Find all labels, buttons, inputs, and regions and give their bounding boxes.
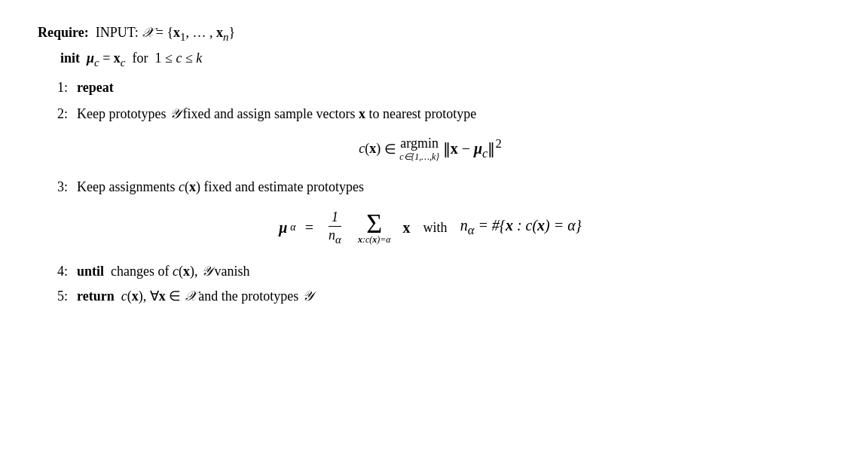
init-keyword: init	[60, 50, 80, 66]
sum-var-x: x	[403, 219, 411, 237]
fraction-denominator: nα	[326, 227, 344, 247]
formula1-cx: c	[359, 141, 365, 157]
step-2-content: Keep prototypes 𝒴 fixed and assign sampl…	[77, 103, 823, 125]
argmin-text: argmin	[400, 136, 439, 151]
with-keyword: with	[423, 220, 448, 236]
equals-sign: =	[305, 219, 313, 237]
formula-mu: μα = 1 nα Σ x:c(x)=α x with nα = #{x : c…	[38, 209, 823, 247]
input-set: 𝒳	[142, 25, 152, 40]
argmin-wrapper: argmin c∈{1,…,k}	[399, 136, 439, 163]
step-1-number: 1:	[38, 77, 68, 99]
require-keyword: Require:	[38, 25, 89, 40]
argmin-sub: c∈{1,…,k}	[399, 151, 439, 163]
step-2: 2: Keep prototypes 𝒴 fixed and assign sa…	[38, 103, 823, 125]
return-keyword: return	[77, 289, 115, 304]
step-4-number: 4:	[38, 261, 68, 282]
mu-alpha: μ	[279, 219, 287, 237]
step-5-content: return c(x), ∀x ∈ 𝒳 and the prototypes 𝒴	[77, 285, 823, 307]
step-3: 3: Keep assignments c(x) fixed and estim…	[38, 176, 823, 198]
sigma-symbol: Σ	[366, 210, 382, 237]
step-2-number: 2:	[38, 103, 68, 125]
sigma-wrapper: Σ x:c(x)=α	[358, 210, 391, 246]
sigma-sub: x:c(x)=α	[358, 234, 391, 246]
until-keyword: until	[77, 264, 104, 279]
repeat-keyword: repeat	[77, 80, 114, 95]
step-3-content: Keep assignments c(x) fixed and estimate…	[77, 176, 823, 198]
norm-expression: ‖x − μc‖2	[443, 136, 502, 161]
init-line: init μc = xc for 1 ≤ c ≤ k	[60, 48, 823, 71]
step-5: 5: return c(x), ∀x ∈ 𝒳 and the prototype…	[38, 285, 823, 307]
require-line: Require: INPUT: 𝒳 = {x1, … , xn}	[38, 23, 823, 45]
mu-alpha-sub: α	[290, 221, 295, 234]
step-5-number: 5:	[38, 285, 68, 307]
step-1-content: repeat	[77, 77, 823, 99]
step-3-number: 3:	[38, 176, 68, 198]
n-alpha-expr: nα = #{x : c(x) = α}	[460, 217, 582, 238]
page-container: Require: INPUT: 𝒳 = {x1, … , xn} init μc…	[0, 0, 868, 461]
fraction-numerator: 1	[329, 209, 341, 227]
step-4: 4: until changes of c(x), 𝒴 vanish	[38, 261, 823, 282]
formula-argmin: c(x) ∈ argmin c∈{1,…,k} ‖x − μc‖2	[38, 136, 823, 163]
step-1: 1: repeat	[38, 77, 823, 99]
step-4-content: until changes of c(x), 𝒴 vanish	[77, 261, 823, 282]
fraction-1-over-n: 1 nα	[326, 209, 344, 247]
